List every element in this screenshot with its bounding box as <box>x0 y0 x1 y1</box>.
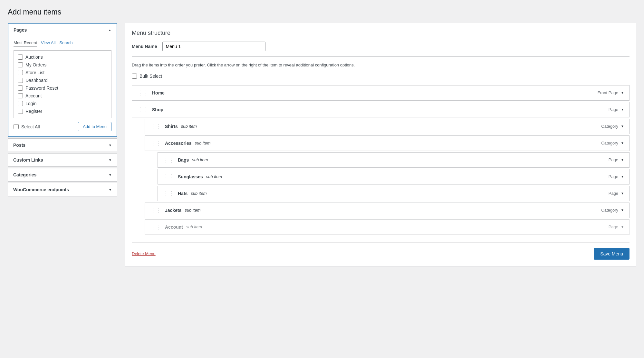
drag-handle-icon: ⋮⋮ <box>150 207 162 214</box>
pages-list: Auctions My Orders Store List Dashb <box>14 50 111 118</box>
menu-item-accessories-right: Category ▼ <box>601 141 624 145</box>
menu-item-hats-dropdown[interactable]: ▼ <box>621 192 624 195</box>
instruction-text: Drag the items into the order you prefer… <box>132 62 630 68</box>
my-orders-label[interactable]: My Orders <box>25 62 46 67</box>
menu-item-accessories-name: Accessories <box>165 141 192 146</box>
tab-most-recent[interactable]: Most Recent <box>14 40 37 46</box>
menu-item-shop-dropdown[interactable]: ▼ <box>621 108 624 111</box>
auctions-checkbox[interactable] <box>18 55 23 60</box>
menu-item-account-sub[interactable]: ⋮⋮ Account sub item Page ▼ <box>145 219 630 235</box>
register-label[interactable]: Register <box>25 109 42 114</box>
categories-section: Categories ▼ <box>8 168 117 182</box>
pages-section-footer: Select All Add to Menu <box>14 122 111 131</box>
menu-item-shirts-type: Category <box>601 124 618 129</box>
menu-item-shirts-left: ⋮⋮ Shirts sub item <box>150 123 197 130</box>
menu-item-bags-dropdown[interactable]: ▼ <box>621 158 624 162</box>
menu-item-bags-name: Bags <box>178 157 189 163</box>
posts-section: Posts ▼ <box>8 138 117 152</box>
pages-section-header[interactable]: Pages ▲ <box>8 24 117 36</box>
list-item: Store List <box>18 69 107 76</box>
menu-item-shirts[interactable]: ⋮⋮ Shirts sub item Category ▼ <box>145 119 630 134</box>
menu-item-accessories-dropdown[interactable]: ▼ <box>621 141 624 145</box>
register-checkbox[interactable] <box>18 109 23 114</box>
tab-view-all[interactable]: View All <box>41 40 55 46</box>
categories-expand-arrow[interactable]: ▼ <box>109 173 112 177</box>
menu-item-shop-type: Page <box>609 107 618 112</box>
menu-item-shop[interactable]: ⋮⋮ Shop Page ▼ <box>132 102 630 117</box>
select-all-label[interactable]: Select All <box>21 124 40 129</box>
menu-item-hats[interactable]: ⋮⋮ Hats sub item Page ▼ <box>158 186 630 201</box>
custom-links-section-title: Custom Links <box>13 157 43 163</box>
woocommerce-section: WooCommerce endpoints ▼ <box>8 183 117 196</box>
store-list-label[interactable]: Store List <box>25 70 44 75</box>
custom-links-expand-arrow[interactable]: ▼ <box>109 158 112 162</box>
woocommerce-expand-arrow[interactable]: ▼ <box>109 188 112 192</box>
menu-item-sunglasses-name: Sunglasses <box>178 174 203 179</box>
list-item: Dashboard <box>18 76 107 84</box>
menu-item-hats-subitem: sub item <box>191 191 207 196</box>
menu-item-sunglasses-left: ⋮⋮ Sunglasses sub item <box>163 173 222 180</box>
tab-search[interactable]: Search <box>59 40 72 46</box>
posts-expand-arrow[interactable]: ▼ <box>109 144 112 147</box>
menu-item-sunglasses-type: Page <box>609 174 618 179</box>
menu-item-bags-type: Page <box>609 157 618 162</box>
custom-links-section-header[interactable]: Custom Links ▼ <box>8 154 117 166</box>
pages-tabs: Most Recent View All Search <box>14 40 111 46</box>
save-menu-button[interactable]: Save Menu <box>594 248 630 260</box>
select-all-checkbox[interactable] <box>14 124 19 129</box>
drag-handle-icon: ⋮⋮ <box>150 140 162 147</box>
menu-item-jackets-name: Jackets <box>165 208 181 213</box>
add-to-menu-button[interactable]: Add to Menu <box>78 122 111 131</box>
page-title: Add menu items <box>8 8 636 16</box>
menu-item-hats-left: ⋮⋮ Hats sub item <box>163 190 207 197</box>
menu-item-shirts-dropdown[interactable]: ▼ <box>621 124 624 128</box>
list-item: Auctions <box>18 53 107 61</box>
left-panel: Pages ▲ Most Recent View All Search Auct… <box>8 23 117 198</box>
menu-name-input[interactable] <box>162 42 265 51</box>
pages-section: Pages ▲ Most Recent View All Search Auct… <box>8 23 117 137</box>
woocommerce-section-title: WooCommerce endpoints <box>13 187 69 192</box>
woocommerce-section-header[interactable]: WooCommerce endpoints ▼ <box>8 183 117 196</box>
pages-section-title: Pages <box>14 27 27 33</box>
menu-item-bags[interactable]: ⋮⋮ Bags sub item Page ▼ <box>158 152 630 168</box>
password-reset-label[interactable]: Password Reset <box>25 85 58 91</box>
menu-item-account-sub-dropdown[interactable]: ▼ <box>621 225 624 229</box>
menu-item-home-right: Front Page ▼ <box>598 90 624 95</box>
categories-section-header[interactable]: Categories ▼ <box>8 168 117 181</box>
menu-item-shirts-right: Category ▼ <box>601 124 624 129</box>
delete-menu-button[interactable]: Delete Menu <box>132 251 156 256</box>
custom-links-section: Custom Links ▼ <box>8 153 117 167</box>
select-all-row: Select All <box>14 124 40 129</box>
bulk-select-label[interactable]: Bulk Select <box>139 74 162 79</box>
menu-item-shop-right: Page ▼ <box>609 107 624 112</box>
menu-item-jackets-subitem: sub item <box>185 208 200 213</box>
login-checkbox[interactable] <box>18 101 23 106</box>
menu-item-bags-right: Page ▼ <box>609 157 624 162</box>
menu-item-jackets[interactable]: ⋮⋮ Jackets sub item Category ▼ <box>145 203 630 218</box>
store-list-checkbox[interactable] <box>18 70 23 75</box>
menu-item-hats-right: Page ▼ <box>609 191 624 196</box>
pages-collapse-arrow[interactable]: ▲ <box>108 28 111 32</box>
menu-item-jackets-dropdown[interactable]: ▼ <box>621 208 624 212</box>
menu-item-jackets-right: Category ▼ <box>601 208 624 213</box>
menu-item-sunglasses-dropdown[interactable]: ▼ <box>621 175 624 178</box>
menu-item-sunglasses[interactable]: ⋮⋮ Sunglasses sub item Page ▼ <box>158 169 630 184</box>
dashboard-label[interactable]: Dashboard <box>25 78 48 83</box>
account-label[interactable]: Account <box>25 93 42 98</box>
menu-item-accessories[interactable]: ⋮⋮ Accessories sub item Category ▼ <box>145 135 630 151</box>
menu-items-list: ⋮⋮ Home Front Page ▼ ⋮⋮ Shop Page <box>132 85 630 235</box>
menu-item-hats-type: Page <box>609 191 618 196</box>
password-reset-checkbox[interactable] <box>18 85 23 91</box>
dashboard-checkbox[interactable] <box>18 78 23 83</box>
menu-item-shirts-name: Shirts <box>165 124 178 129</box>
menu-item-home-dropdown[interactable]: ▼ <box>621 91 624 94</box>
my-orders-checkbox[interactable] <box>18 62 23 67</box>
bulk-select-checkbox[interactable] <box>132 74 137 79</box>
posts-section-header[interactable]: Posts ▼ <box>8 139 117 152</box>
login-label[interactable]: Login <box>25 101 36 106</box>
list-item: My Orders <box>18 61 107 69</box>
account-checkbox[interactable] <box>18 93 23 98</box>
menu-item-account-sub-right: Page ▼ <box>609 224 624 229</box>
auctions-label[interactable]: Auctions <box>25 55 43 60</box>
menu-item-home[interactable]: ⋮⋮ Home Front Page ▼ <box>132 85 630 101</box>
